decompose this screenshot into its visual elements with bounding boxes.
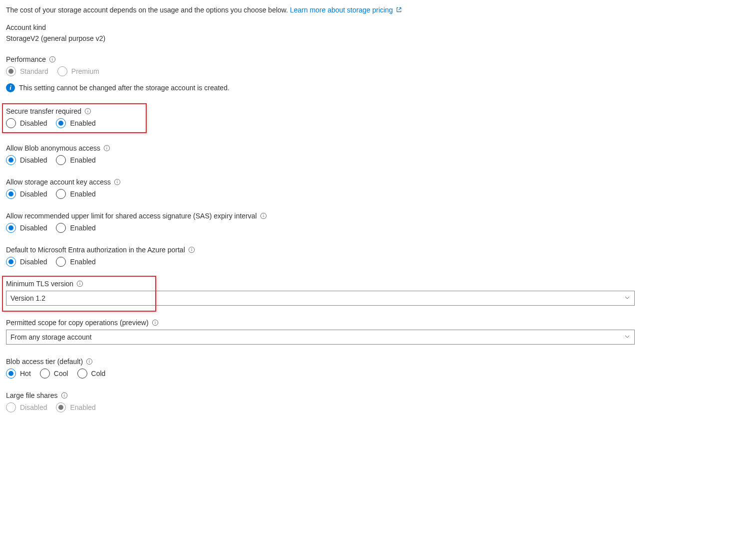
entra-auth-enabled-label: Enabled — [70, 258, 95, 266]
svg-point-1 — [52, 58, 53, 58]
sas-expiry-label: Allow recommended upper limit for shared… — [6, 212, 257, 220]
performance-label: Performance — [6, 55, 46, 63]
info-icon[interactable] — [188, 246, 195, 253]
copy-scope-label: Permitted scope for copy operations (pre… — [6, 319, 149, 327]
access-tier-section: Blob access tier (default) Hot Cool Cold — [6, 358, 750, 378]
key-access-disabled-label: Disabled — [20, 190, 47, 198]
blob-anon-label: Allow Blob anonymous access — [6, 144, 100, 152]
performance-note-banner: i This setting cannot be changed after t… — [6, 83, 750, 92]
info-icon[interactable] — [76, 280, 83, 287]
entra-auth-section: Default to Microsoft Entra authorization… — [6, 246, 750, 267]
sas-expiry-disabled-label: Disabled — [20, 224, 47, 232]
info-icon[interactable] — [86, 358, 93, 365]
chevron-down-icon — [624, 333, 630, 341]
tls-dropdown-value: Version 1.2 — [10, 294, 45, 302]
copy-scope-dropdown[interactable]: From any storage account — [6, 330, 635, 345]
access-tier-cool-label: Cool — [54, 369, 68, 377]
info-icon[interactable] — [84, 108, 91, 115]
external-link-icon — [396, 6, 402, 14]
large-file-shares-disabled-radio: Disabled — [6, 402, 47, 412]
chevron-down-icon — [624, 294, 630, 302]
entra-auth-disabled-label: Disabled — [20, 258, 47, 266]
secure-transfer-enabled-radio[interactable]: Enabled — [56, 118, 95, 128]
blob-anon-section: Allow Blob anonymous access Disabled Ena… — [6, 144, 750, 165]
svg-point-9 — [263, 214, 263, 215]
entra-auth-label: Default to Microsoft Entra authorization… — [6, 246, 185, 254]
key-access-enabled-label: Enabled — [70, 190, 95, 198]
svg-point-3 — [87, 110, 88, 110]
secure-transfer-label: Secure transfer required — [6, 107, 81, 115]
access-tier-cold-radio[interactable]: Cold — [77, 369, 106, 378]
large-file-shares-section: Large file shares Disabled Enabled — [6, 391, 750, 412]
info-icon[interactable] — [260, 212, 267, 219]
large-file-shares-enabled-radio: Enabled — [56, 402, 95, 412]
large-file-shares-disabled-label: Disabled — [20, 403, 47, 411]
info-icon[interactable] — [114, 179, 121, 185]
large-file-shares-enabled-label: Enabled — [70, 403, 95, 411]
info-icon[interactable] — [61, 392, 68, 399]
svg-point-5 — [107, 147, 107, 147]
blob-anon-disabled-label: Disabled — [20, 156, 47, 164]
svg-point-7 — [117, 181, 118, 181]
account-kind-value: StorageV2 (general purpose v2) — [6, 34, 750, 42]
account-kind-section: Account kind StorageV2 (general purpose … — [6, 23, 750, 42]
key-access-label: Allow storage account key access — [6, 178, 111, 186]
pricing-intro: The cost of your storage account depends… — [6, 6, 750, 14]
svg-point-19 — [64, 394, 64, 394]
performance-premium-label: Premium — [71, 67, 99, 75]
access-tier-cool-radio[interactable]: Cool — [40, 369, 68, 378]
secure-transfer-disabled-radio[interactable]: Disabled — [6, 118, 47, 128]
entra-auth-enabled-radio[interactable]: Enabled — [56, 257, 95, 267]
info-filled-icon: i — [6, 83, 15, 92]
entra-auth-disabled-radio[interactable]: Disabled — [6, 257, 47, 267]
sas-expiry-section: Allow recommended upper limit for shared… — [6, 212, 750, 233]
performance-standard-label: Standard — [20, 67, 48, 75]
access-tier-hot-label: Hot — [20, 369, 31, 377]
tls-section: Minimum TLS version Version 1.2 — [6, 280, 750, 306]
key-access-enabled-radio[interactable]: Enabled — [56, 189, 95, 199]
info-icon[interactable] — [152, 319, 159, 326]
access-tier-label: Blob access tier (default) — [6, 358, 83, 366]
svg-point-15 — [155, 321, 155, 322]
secure-transfer-enabled-label: Enabled — [70, 119, 95, 127]
blob-anon-enabled-radio[interactable]: Enabled — [56, 155, 95, 165]
sas-expiry-disabled-radio[interactable]: Disabled — [6, 223, 47, 233]
account-kind-label: Account kind — [6, 23, 46, 31]
copy-scope-value: From any storage account — [10, 333, 92, 341]
performance-section: Performance Standard Premium — [6, 55, 750, 76]
key-access-disabled-radio[interactable]: Disabled — [6, 189, 47, 199]
access-tier-cold-label: Cold — [91, 369, 106, 377]
sas-expiry-enabled-radio[interactable]: Enabled — [56, 223, 95, 233]
blob-anon-disabled-radio[interactable]: Disabled — [6, 155, 47, 165]
svg-point-13 — [80, 282, 80, 283]
secure-transfer-disabled-label: Disabled — [20, 119, 47, 127]
intro-text: The cost of your storage account depends… — [6, 6, 290, 14]
large-file-shares-label: Large file shares — [6, 391, 58, 399]
performance-note-text: This setting cannot be changed after the… — [19, 84, 230, 92]
copy-scope-section: Permitted scope for copy operations (pre… — [6, 319, 750, 345]
pricing-link-text: Learn more about storage pricing — [290, 6, 393, 14]
info-icon[interactable] — [49, 56, 56, 63]
access-tier-hot-radio[interactable]: Hot — [6, 369, 31, 378]
info-icon[interactable] — [103, 145, 110, 152]
svg-point-11 — [191, 248, 192, 249]
tls-dropdown[interactable]: Version 1.2 — [6, 291, 635, 306]
performance-premium-radio: Premium — [57, 66, 99, 76]
pricing-link[interactable]: Learn more about storage pricing — [290, 6, 402, 14]
sas-expiry-enabled-label: Enabled — [70, 224, 95, 232]
performance-standard-radio: Standard — [6, 66, 48, 76]
svg-point-17 — [89, 360, 90, 361]
tls-label: Minimum TLS version — [6, 280, 73, 288]
key-access-section: Allow storage account key access Disable… — [6, 178, 750, 199]
blob-anon-enabled-label: Enabled — [70, 156, 95, 164]
secure-transfer-highlight: Secure transfer required Disabled Enable… — [2, 103, 147, 133]
